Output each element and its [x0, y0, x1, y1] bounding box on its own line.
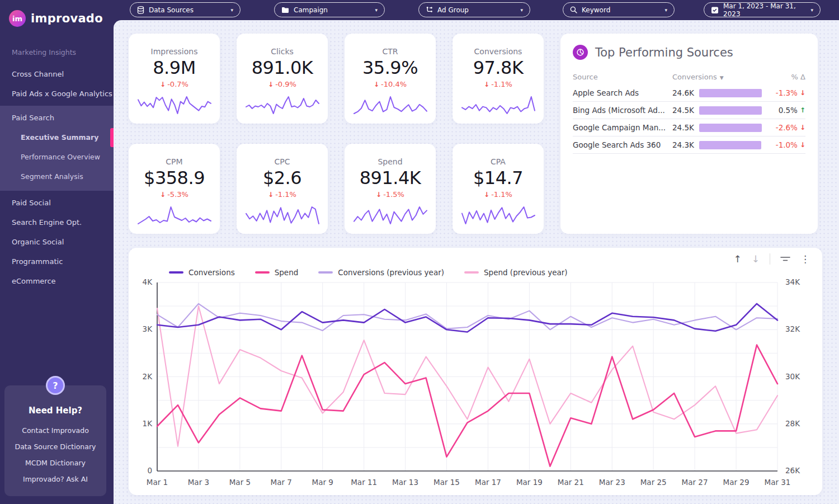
- kpi-card-cpc: CPC$2.6↓-1.1%: [237, 144, 328, 234]
- change-arrow-down-icon: ↓: [376, 191, 381, 199]
- sidebar-item-paid-search[interactable]: Paid Search: [0, 108, 114, 128]
- svg-text:30K: 30K: [785, 372, 800, 381]
- help-title: Need Help?: [10, 406, 101, 416]
- svg-text:34K: 34K: [785, 279, 800, 286]
- kpi-change: ↓-5.3%: [160, 190, 188, 199]
- svg-text:Mar 11: Mar 11: [351, 478, 377, 487]
- kpi-change: ↓-1.5%: [376, 190, 404, 199]
- filter-campaign[interactable]: Campaign ▾: [274, 2, 385, 17]
- kpi-value: 8.9M: [153, 57, 196, 78]
- sidebar-item-executive-summary[interactable]: Executive Summary: [0, 128, 114, 147]
- kpi-label: CPM: [166, 157, 182, 166]
- kpi-change: ↓-1.1%: [484, 80, 512, 88]
- sidebar-item-programmatic[interactable]: Programmatic: [0, 252, 114, 271]
- kpi-change-value: -5.3%: [167, 190, 188, 199]
- legend-item-conversions-previous-year[interactable]: Conversions (previous year): [318, 268, 444, 277]
- svg-text:Mar 9: Mar 9: [312, 478, 333, 487]
- chevron-down-icon: ▾: [810, 7, 813, 13]
- chevron-down-icon: ▾: [375, 7, 378, 13]
- kpi-label: Clicks: [271, 47, 294, 56]
- help-link-improvado-ask-ai[interactable]: Improvado? Ask AI: [10, 471, 101, 487]
- legend-label: Conversions: [188, 268, 235, 277]
- sidebar-item-search-engine-opt[interactable]: Search Engine Opt.: [0, 213, 114, 232]
- sidebar-item-ecommerce[interactable]: eCommerce: [0, 271, 114, 291]
- logo-text: improvado: [31, 12, 103, 25]
- legend-item-spend-previous-year[interactable]: Spend (previous year): [464, 268, 568, 277]
- arrow-up-icon[interactable]: ↑: [734, 255, 742, 264]
- series-spend: [157, 345, 777, 467]
- kpi-sparkline: [137, 93, 212, 117]
- kpi-change: ↓-1.1%: [268, 190, 296, 199]
- kpi-value: 35.9%: [362, 57, 418, 78]
- conversions-bar-track: [699, 141, 763, 149]
- legend-label: Spend: [275, 268, 299, 277]
- table-row-bing-ads-microsoft-ad[interactable]: Bing Ads (Microsoft Ad...24.5K0.5%↑: [573, 102, 805, 119]
- sidebar-group-paid-search: Paid SearchExecutive SummaryPerformance …: [0, 106, 114, 191]
- kpi-value: 891.0K: [252, 57, 313, 78]
- kpi-change: ↓-1.1%: [484, 190, 512, 199]
- svg-text:1K: 1K: [143, 419, 153, 428]
- branch-icon: [426, 6, 433, 13]
- sidebar-item-paid-social[interactable]: Paid Social: [0, 193, 114, 213]
- svg-text:Mar 15: Mar 15: [433, 478, 460, 487]
- column-header-change[interactable]: % Δ: [763, 73, 805, 81]
- legend-swatch: [169, 271, 183, 274]
- conversions-value: 24.5K: [672, 123, 699, 132]
- kebab-menu-icon[interactable]: ⋮: [800, 255, 810, 264]
- legend-label: Spend (previous year): [484, 268, 568, 277]
- kpi-sparkline: [461, 204, 536, 227]
- legend-item-conversions[interactable]: Conversions: [169, 268, 235, 277]
- kpi-value: 97.8K: [473, 57, 524, 78]
- database-icon: [137, 6, 144, 14]
- line-chart[interactable]: 01K2K3K4K26K28K30K32K34KMar 1Mar 3Mar 5M…: [129, 279, 822, 493]
- filter-data-sources[interactable]: Data Sources ▾: [130, 2, 241, 17]
- sidebar-item-organic-social[interactable]: Organic Social: [0, 232, 114, 252]
- table-row-google-campaign-man[interactable]: Google Campaign Man...24.5K-2.6%↓: [573, 119, 805, 136]
- column-header-source[interactable]: Source: [573, 73, 672, 81]
- svg-text:Mar 31: Mar 31: [765, 478, 791, 487]
- date-range-picker[interactable]: Mar 1, 2023 - Mar 31, 2023 ▾: [704, 2, 821, 17]
- help-link-contact-improvado[interactable]: Contact Improvado: [10, 422, 101, 439]
- svg-text:Mar 27: Mar 27: [682, 478, 708, 487]
- kpi-value: $14.7: [473, 167, 523, 189]
- nav-section-label: Marketing Insights: [0, 43, 114, 64]
- filter-icon[interactable]: [780, 255, 790, 264]
- chevron-down-icon: ▾: [520, 7, 523, 13]
- question-icon[interactable]: ?: [46, 376, 65, 395]
- sidebar-item-paid-ads-x-google-analytics[interactable]: Paid Ads x Google Analytics: [0, 84, 114, 103]
- help-link-data-source-dictionary[interactable]: Data Source Dictionary: [10, 439, 101, 455]
- svg-text:0: 0: [147, 466, 152, 475]
- chevron-down-icon: ▾: [230, 7, 233, 13]
- kpi-change: ↓-0.7%: [160, 80, 188, 88]
- sidebar-item-segment-analysis[interactable]: Segment Analysis: [0, 167, 114, 186]
- filter-ad-group[interactable]: Ad Group ▾: [418, 2, 530, 17]
- svg-text:Mar 19: Mar 19: [516, 478, 543, 487]
- conversions-bar: [699, 106, 762, 115]
- main-content: Impressions8.9M↓-0.7%Clicks891.0K↓-0.9%C…: [114, 20, 839, 504]
- help-link-mcdm-dictionary[interactable]: MCDM Dictionary: [10, 455, 101, 471]
- sidebar-item-cross-channel[interactable]: Cross Channel: [0, 64, 114, 84]
- improvado-logo[interactable]: im improvado: [0, 0, 114, 27]
- svg-text:3K: 3K: [143, 324, 153, 333]
- arrow-down-icon[interactable]: ↓: [752, 255, 760, 264]
- svg-text:Mar 21: Mar 21: [558, 478, 584, 487]
- svg-text:Mar 25: Mar 25: [640, 478, 667, 487]
- calendar-icon: [711, 6, 719, 14]
- kpi-change: ↓-10.4%: [374, 80, 407, 88]
- sidebar-item-performance-overview[interactable]: Performance Overview: [0, 147, 114, 167]
- sidebar-nav: Marketing Insights Cross ChannelPaid Ads…: [0, 43, 114, 291]
- svg-text:Mar 3: Mar 3: [188, 478, 209, 487]
- change-value: -2.6%: [776, 123, 798, 132]
- table-row-apple-search-ads[interactable]: Apple Search Ads24.6K-1.3%↓: [573, 84, 805, 102]
- column-header-conversions[interactable]: Conversions▼: [672, 73, 763, 81]
- toolbar-divider: [770, 253, 770, 265]
- kpi-label: CPA: [491, 157, 506, 166]
- svg-text:Mar 7: Mar 7: [271, 478, 292, 487]
- sources-table-header: Source Conversions▼ % Δ: [573, 69, 805, 84]
- table-row-google-search-ads-360[interactable]: Google Search Ads 36024.3K-1.0%↓: [573, 136, 805, 154]
- filter-keyword[interactable]: Keyword ▾: [563, 2, 675, 17]
- legend-item-spend[interactable]: Spend: [255, 268, 299, 277]
- svg-text:Mar 1: Mar 1: [147, 478, 168, 487]
- chevron-down-icon: ▾: [664, 7, 667, 13]
- svg-text:Mar 23: Mar 23: [599, 478, 625, 487]
